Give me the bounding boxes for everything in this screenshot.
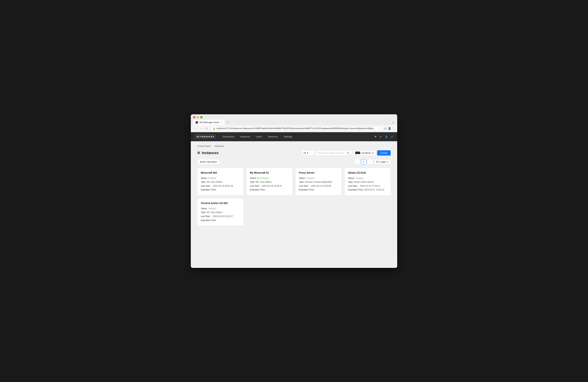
filter-select[interactable]: All ▾ bbox=[301, 150, 314, 155]
breadcrumb-sep: / bbox=[212, 145, 213, 147]
instance-name: Proxy Server bbox=[299, 171, 338, 174]
laststart-label: Last Start： bbox=[201, 215, 212, 218]
fullscreen-button[interactable] bbox=[200, 116, 203, 118]
running-dot bbox=[257, 177, 259, 179]
instance-status-row: Status: Running bbox=[250, 176, 289, 180]
type-label: Type: bbox=[250, 181, 255, 183]
instance-info: Status: Stopped Type: General Console Ap… bbox=[299, 176, 338, 192]
traffic-lights bbox=[193, 116, 395, 118]
app-nav: MCSMANAGER Dashboard Instances Users Dae… bbox=[191, 132, 397, 141]
browser-menu-icons: ⊞ 👤 ⋮ bbox=[384, 127, 395, 130]
status-label: Status: bbox=[348, 177, 355, 179]
back-button[interactable]: ← bbox=[193, 127, 197, 130]
search-placeholder: Search by instance name bbox=[318, 152, 344, 154]
instance-status: Stopped bbox=[208, 207, 216, 210]
prev-page-button[interactable]: ‹ bbox=[355, 159, 360, 165]
instance-type-row: Type: MC Java Edition bbox=[250, 180, 289, 184]
instance-status-row: Status: Stopped bbox=[201, 176, 240, 180]
laststart-label: Last Start： bbox=[299, 185, 310, 187]
instance-type: MC Java Edition bbox=[207, 181, 223, 183]
search-icon: 🔍 bbox=[346, 152, 349, 154]
search-box[interactable]: Search by instance name 🔍 bbox=[315, 150, 352, 155]
address-bar[interactable]: 🔒 localhost:5173/#/instances?daemonId=20… bbox=[210, 126, 382, 131]
instance-name: Steam CS:GO2 bbox=[348, 171, 387, 174]
active-tab[interactable]: MCSManager Panel ✕ bbox=[193, 120, 225, 125]
extensions-icon[interactable]: ⊞ bbox=[384, 127, 386, 130]
page-title: ⊞ Instances bbox=[197, 151, 218, 155]
instance-type: General Console Application bbox=[305, 181, 332, 183]
instance-type-row: Type: MC Java Edition bbox=[201, 180, 240, 184]
instance-laststart-row: Last Start： 2024-03-19 19:49:15 bbox=[250, 184, 289, 188]
nav-icon-3[interactable]: 👤 bbox=[385, 135, 388, 138]
instance-card[interactable]: Terraria Action US 002 Status: Stopped T… bbox=[197, 198, 244, 226]
profile-icon[interactable]: 👤 bbox=[388, 127, 391, 130]
next-page-button[interactable]: › bbox=[368, 159, 373, 165]
page-header: ⊞ Instances All ▾ Search by instance nam… bbox=[197, 150, 391, 155]
instance-info: Status: Stopped Type: Steam Game Server … bbox=[348, 176, 387, 192]
instance-card[interactable]: Steam CS:GO2 Status: Stopped Type: Steam… bbox=[344, 168, 391, 195]
instance-card[interactable]: Minecraft 002 Status: Stopped Type: MC J… bbox=[197, 168, 244, 195]
expiry-label: Expiration Time: bbox=[250, 189, 265, 191]
instance-laststart: 2024-03-19 19:53:19 bbox=[213, 185, 233, 187]
breadcrumb: Control Panel / Instances bbox=[197, 145, 391, 147]
tab-title: MCSManager Panel bbox=[200, 121, 219, 124]
create-button[interactable]: Create bbox=[377, 150, 391, 155]
nav-icon-2[interactable]: ⇄ bbox=[380, 135, 382, 138]
breadcrumb-current: Instances bbox=[214, 145, 224, 147]
instance-status: Running bbox=[260, 177, 268, 179]
page-1-button[interactable]: 1 bbox=[361, 159, 366, 165]
nav-icon-4[interactable]: ↺ bbox=[391, 135, 393, 138]
instance-card[interactable]: My Minecraft 01 Status: Running Type: MC… bbox=[246, 168, 293, 195]
nav-daemons[interactable]: Daemons bbox=[265, 134, 281, 139]
type-label: Type: bbox=[348, 181, 353, 183]
instance-laststart: 2024-03-19 19:52:07 bbox=[213, 215, 233, 218]
instance-laststart: 2024-03-13 19:50:58 bbox=[311, 185, 331, 187]
new-tab-button[interactable]: + bbox=[226, 120, 230, 125]
filter-bar: All ▾ Search by instance name 🔍 localhos… bbox=[301, 150, 391, 155]
page-size-label: 20 / page bbox=[376, 160, 386, 163]
daemon-selector[interactable]: localhost ▾ bbox=[353, 150, 376, 155]
instance-type: MC Java Edition bbox=[207, 211, 223, 214]
instance-status-row: Status: Stopped bbox=[348, 176, 387, 180]
nav-dashboard[interactable]: Dashboard bbox=[220, 134, 237, 139]
tab-dropdown-icon[interactable]: ▾ bbox=[391, 120, 395, 124]
instance-name: My Minecraft 01 bbox=[250, 171, 289, 174]
browser-chrome: MCSManager Panel ✕ + ▾ bbox=[191, 114, 397, 125]
instance-type: MC Java Edition bbox=[256, 181, 272, 183]
status-label: Status: bbox=[201, 177, 208, 179]
instance-card[interactable]: Proxy Server Status: Stopped Type: Gener… bbox=[295, 168, 342, 195]
laststart-label: Last Start： bbox=[250, 185, 261, 187]
instance-status: Stopped bbox=[208, 177, 216, 179]
address-text: localhost:5173/#/instances?daemonId=2068… bbox=[216, 127, 377, 130]
nav-links: Dashboard Instances Users Daemons Settin… bbox=[220, 134, 374, 139]
nav-icon-1[interactable]: ⚑ bbox=[374, 135, 377, 138]
instance-expiry-row: Expiration Time: bbox=[201, 188, 240, 192]
instance-grid: Minecraft 002 Status: Stopped Type: MC J… bbox=[197, 168, 391, 226]
breadcrumb-home[interactable]: Control Panel bbox=[197, 145, 210, 147]
menu-icon[interactable]: ⋮ bbox=[393, 127, 395, 130]
status-label: Status: bbox=[201, 207, 208, 210]
page-title-text: Instances bbox=[202, 151, 218, 155]
nav-instances[interactable]: Instances bbox=[237, 134, 253, 139]
nav-users[interactable]: Users bbox=[253, 134, 265, 139]
batch-operation-button[interactable]: Batch Operation bbox=[197, 159, 220, 164]
forward-button[interactable]: → bbox=[199, 127, 203, 130]
address-bar-icons: ☆ bbox=[378, 127, 380, 130]
nav-settings[interactable]: Settings bbox=[281, 134, 295, 139]
minimize-button[interactable] bbox=[197, 116, 199, 118]
close-button[interactable] bbox=[193, 116, 195, 118]
instance-expiry-row: Expiration Time: bbox=[299, 188, 338, 192]
instance-expiry: 2024-03-27 19:52:22 bbox=[364, 189, 384, 191]
instances-icon: ⊞ bbox=[197, 151, 200, 155]
instance-name: Minecraft 002 bbox=[201, 171, 240, 174]
refresh-button[interactable]: ↻ bbox=[205, 127, 209, 130]
type-label: Type: bbox=[299, 181, 304, 183]
instance-type: Steam Game Server bbox=[354, 181, 374, 183]
page-size-select[interactable]: 20 / page ∨ bbox=[374, 159, 391, 164]
status-label: Status: bbox=[250, 177, 256, 179]
tab-close-icon[interactable]: ✕ bbox=[220, 121, 222, 124]
daemon-dot bbox=[355, 152, 360, 154]
nav-right-icons: ⚑ ⇄ 👤 ↺ bbox=[374, 135, 393, 138]
instance-status: Stopped bbox=[355, 177, 363, 179]
bookmark-icon[interactable]: ☆ bbox=[378, 127, 380, 130]
